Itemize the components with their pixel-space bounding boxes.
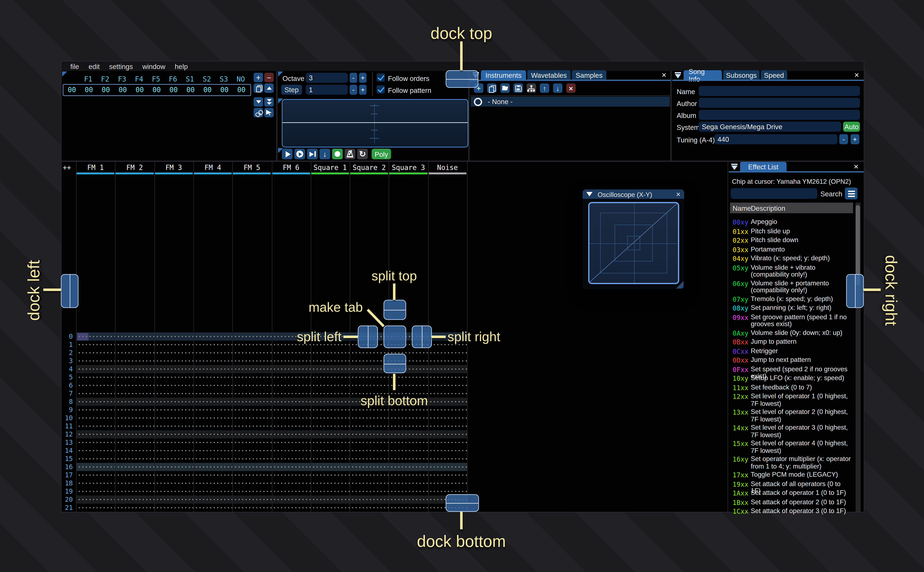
order-cell[interactable]: 00 — [233, 86, 250, 94]
order-cell[interactable]: S2 — [198, 75, 215, 84]
order-cell[interactable]: NO — [232, 75, 249, 84]
order-cell[interactable]: 00 — [148, 86, 165, 94]
dock-target-bottom[interactable] — [446, 494, 479, 512]
split-target-left[interactable] — [358, 325, 378, 348]
instrument-save-button[interactable] — [513, 84, 523, 93]
dock-target-right[interactable] — [846, 274, 863, 308]
octave-plus-button[interactable]: + — [359, 73, 366, 83]
split-target-right[interactable] — [411, 325, 432, 348]
order-cell[interactable]: F3 — [114, 75, 131, 84]
tuning-input[interactable]: 440 — [714, 134, 837, 144]
oscilloscope-xy-window[interactable]: Oscilloscope (X-Y) × — [583, 190, 684, 289]
name-input[interactable] — [699, 86, 860, 96]
album-input[interactable] — [699, 110, 860, 120]
tuning-plus-button[interactable]: + — [851, 134, 859, 144]
menu-item-edit[interactable]: edit — [89, 62, 100, 70]
instrument-up-button[interactable]: ↑ — [540, 84, 549, 93]
step-row-button[interactable]: ↓ — [319, 149, 330, 159]
order-cell[interactable]: F6 — [164, 75, 181, 84]
window-title-bar[interactable]: Oscilloscope (X-Y) × — [583, 190, 684, 199]
order-cell[interactable]: S1 — [181, 75, 198, 84]
dock-target-top[interactable] — [446, 70, 478, 88]
order-cell[interactable]: 00 — [114, 86, 131, 94]
order-cell[interactable]: F1 — [80, 75, 97, 84]
auto-button[interactable]: Auto — [843, 122, 860, 132]
step-label[interactable]: Step — [281, 85, 302, 95]
instrument-list-item[interactable]: - None - — [471, 96, 670, 107]
play-from-cursor-button[interactable] — [307, 149, 318, 159]
order-remove-button[interactable]: − — [264, 73, 274, 82]
tab-speed[interactable]: Speed — [761, 70, 787, 80]
order-cell[interactable]: 00 — [199, 86, 216, 94]
repeat-button[interactable]: ↻ — [357, 149, 368, 159]
controls-panel: Octave 3 - + Step 1 - + Follow orders Fo… — [278, 71, 469, 160]
order-cell[interactable] — [63, 75, 80, 84]
tab-wavetables[interactable]: Wavetables — [527, 70, 570, 80]
play-pattern-button[interactable] — [294, 149, 305, 159]
overlay-label-split-bottom: split bottom — [360, 393, 428, 408]
split-target-top[interactable] — [383, 300, 406, 320]
tab-instruments[interactable]: Instruments — [481, 70, 526, 80]
divider — [372, 72, 373, 96]
order-cell[interactable]: F2 — [97, 75, 114, 84]
order-select-button[interactable] — [264, 108, 274, 117]
octave-minus-button[interactable]: - — [350, 73, 357, 83]
instrument-down-button[interactable]: ↓ — [553, 84, 563, 93]
panel-separator[interactable] — [62, 160, 864, 162]
octave-input[interactable]: 3 — [306, 73, 348, 83]
tab-song-info[interactable]: Song Info — [684, 70, 722, 80]
menu-item-window[interactable]: window — [142, 62, 165, 70]
step-input[interactable]: 1 — [306, 85, 348, 95]
split-target-bottom[interactable] — [383, 354, 406, 373]
order-cell[interactable]: S3 — [215, 75, 232, 84]
menu-item-settings[interactable]: settings — [109, 62, 133, 70]
order-cell[interactable]: 00 — [97, 86, 114, 94]
order-deep-clone-button[interactable] — [264, 97, 274, 107]
menu-item-help[interactable]: help — [175, 62, 188, 70]
order-cell[interactable]: 00 — [80, 86, 97, 94]
order-up-button[interactable] — [264, 84, 274, 93]
author-input[interactable] — [699, 98, 860, 108]
order-cell[interactable]: 00 — [131, 86, 148, 94]
order-cell[interactable]: F4 — [131, 75, 148, 84]
instrument-delete-button[interactable]: × — [566, 84, 576, 93]
instrument-open-button[interactable] — [500, 84, 510, 93]
close-icon[interactable]: × — [854, 72, 859, 79]
metronome-button[interactable] — [344, 149, 355, 159]
close-icon[interactable]: × — [662, 72, 667, 79]
order-unlink-button[interactable] — [254, 108, 263, 117]
follow-pattern-checkbox[interactable] — [377, 85, 385, 93]
order-cell[interactable]: 00 — [165, 86, 182, 94]
order-cell[interactable]: 00 — [216, 86, 233, 94]
dock-target-left[interactable] — [61, 274, 78, 308]
order-duplicate-button[interactable] — [254, 84, 263, 93]
menu-item-file[interactable]: file — [70, 62, 79, 70]
order-add-button[interactable]: + — [254, 73, 263, 82]
tab-samples[interactable]: Samples — [572, 70, 606, 80]
tab-underline — [470, 80, 671, 81]
tab-subsongs[interactable]: Subsongs — [723, 70, 760, 80]
window-title: Oscilloscope (X-Y) — [598, 190, 652, 198]
instrument-duplicate-button[interactable] — [487, 84, 497, 93]
follow-orders-checkbox[interactable] — [377, 73, 385, 82]
make-tab-target[interactable] — [383, 325, 406, 348]
callout-line-split-right — [431, 336, 446, 338]
poly-button[interactable]: Poly — [372, 149, 391, 159]
step-minus-button[interactable]: - — [350, 85, 357, 95]
tuning-minus-button[interactable]: - — [839, 134, 848, 144]
orders-selected-row[interactable]: 0000000000000000000000 — [63, 84, 251, 96]
play-button[interactable] — [282, 149, 293, 159]
instruments-panel: Instruments Wavetables Samples × + — [470, 70, 671, 160]
record-button[interactable] — [332, 149, 343, 159]
close-icon[interactable]: × — [676, 190, 681, 199]
panel-separator[interactable] — [728, 162, 728, 512]
order-down-button[interactable] — [254, 97, 263, 107]
order-cell[interactable]: 00 — [63, 86, 80, 94]
step-plus-button[interactable]: + — [359, 85, 366, 95]
collapse-triangle-icon[interactable] — [586, 192, 592, 196]
order-cell[interactable]: F5 — [148, 75, 164, 84]
collapse-button[interactable] — [673, 71, 682, 80]
system-input[interactable]: Sega Genesis/Mega Drive — [699, 122, 841, 132]
instrument-organize-button[interactable] — [527, 84, 536, 93]
order-cell[interactable]: 00 — [182, 86, 199, 94]
